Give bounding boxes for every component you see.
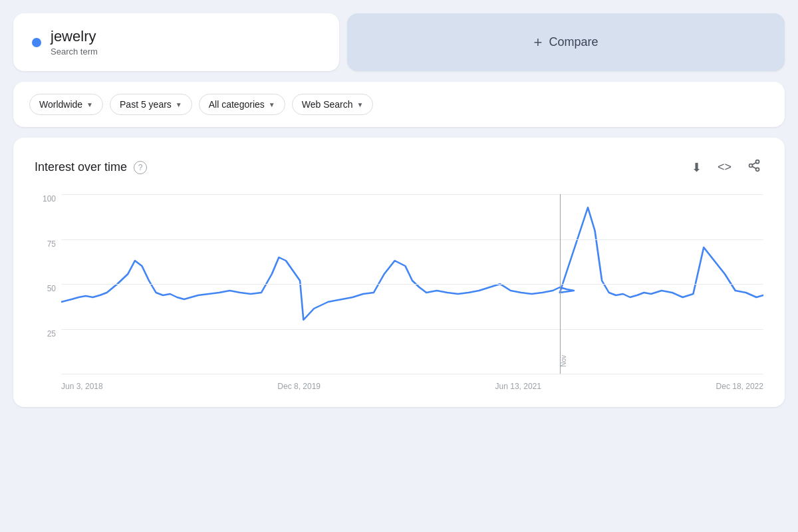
filter-region-label: Worldwide <box>39 99 82 110</box>
chart-card: Interest over time ? ⬇ <> 100 75 50 25 <box>13 138 785 407</box>
x-label-3: Jun 13, 2021 <box>495 382 541 391</box>
vertical-reference-line <box>560 194 561 374</box>
y-label-100: 100 <box>43 194 56 203</box>
chevron-down-icon: ▼ <box>356 101 363 108</box>
grid-line-50 <box>61 284 763 285</box>
search-term-text: jewelry Search term <box>51 28 98 57</box>
search-term-card: jewelry Search term <box>13 13 339 71</box>
chevron-down-icon: ▼ <box>86 101 93 108</box>
y-label-50: 50 <box>47 284 56 293</box>
filter-region[interactable]: Worldwide ▼ <box>29 94 103 115</box>
chart-title: Interest over time <box>35 160 127 174</box>
svg-line-4 <box>752 162 756 164</box>
x-axis-labels: Jun 3, 2018 Dec 8, 2019 Jun 13, 2021 Dec… <box>61 374 763 394</box>
svg-point-2 <box>756 168 759 171</box>
compare-card[interactable]: + Compare <box>347 13 785 71</box>
help-icon[interactable]: ? <box>134 161 147 174</box>
svg-point-1 <box>749 164 753 168</box>
svg-point-0 <box>756 160 759 164</box>
svg-line-3 <box>752 166 756 168</box>
chart-title-group: Interest over time ? <box>35 160 147 174</box>
x-label-2: Dec 8, 2019 <box>277 382 321 391</box>
compare-plus-icon: + <box>534 34 543 51</box>
chart-container: 100 75 50 25 Nov <box>35 194 763 394</box>
chart-area: Nov <box>61 194 763 374</box>
chevron-down-icon: ▼ <box>269 101 275 108</box>
search-term-title: jewelry <box>51 28 98 45</box>
chart-actions: ⬇ <> <box>689 156 763 178</box>
filter-category[interactable]: All categories ▼ <box>199 94 285 115</box>
filter-time[interactable]: Past 5 years ▼ <box>110 94 192 115</box>
y-label-75: 75 <box>47 239 56 249</box>
y-label-25: 25 <box>47 329 56 338</box>
grid-lines <box>61 194 763 374</box>
share-button[interactable] <box>745 156 763 178</box>
filter-category-label: All categories <box>209 99 265 110</box>
filter-type-label: Web Search <box>302 99 353 110</box>
embed-button[interactable]: <> <box>715 158 734 177</box>
download-button[interactable]: ⬇ <box>689 158 704 178</box>
compare-label: Compare <box>549 35 598 49</box>
grid-line-100 <box>61 194 763 195</box>
chevron-down-icon: ▼ <box>176 101 182 108</box>
grid-line-75 <box>61 239 763 240</box>
filter-type[interactable]: Web Search ▼ <box>292 94 374 115</box>
y-axis-labels: 100 75 50 25 <box>35 194 61 374</box>
grid-line-25 <box>61 329 763 330</box>
search-term-subtitle: Search term <box>51 47 98 57</box>
search-term-dot <box>32 38 41 47</box>
chart-header: Interest over time ? ⬇ <> <box>35 156 763 178</box>
note-label: Nov <box>560 355 567 367</box>
filters-row: Worldwide ▼ Past 5 years ▼ All categorie… <box>13 82 785 127</box>
x-label-1: Jun 3, 2018 <box>61 382 103 391</box>
x-label-4: Dec 18, 2022 <box>716 382 763 391</box>
filter-time-label: Past 5 years <box>120 99 172 110</box>
